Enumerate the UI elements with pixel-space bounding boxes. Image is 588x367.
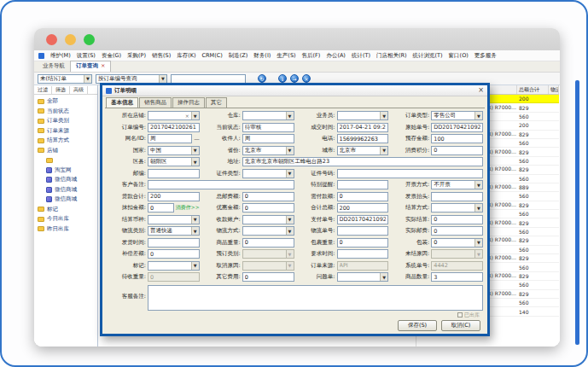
menu-item[interactable]: 统计浏览(T) [413, 52, 443, 60]
sidebar-item-订单来源[interactable]: 订单来源 [34, 126, 97, 137]
sidebar-tab-筛选[interactable]: 筛选 [52, 86, 70, 94]
sidebar-item-微信商城[interactable]: 微信商城 [34, 195, 97, 205]
close-window-icon[interactable] [46, 34, 57, 45]
sidebar-item-淘宝网[interactable]: 淘宝网 [34, 166, 97, 176]
discount-amount-input[interactable]: 0 [242, 203, 294, 213]
currency-select[interactable]: ▼ [148, 215, 200, 224]
goods-weight-input[interactable]: 0 [242, 238, 294, 248]
sidebar-item-店铺[interactable]: 店铺 [34, 146, 97, 156]
district-select[interactable]: 朝阳区▼ [148, 157, 200, 166]
menu-item[interactable]: 库存(K) [177, 52, 195, 60]
package-weight-input[interactable]: 0 [337, 238, 389, 248]
deduct-amount-link[interactable]: 消费作>> [176, 204, 200, 212]
receiver-input[interactable]: 周 [242, 134, 294, 143]
dialog-tab-销售商品[interactable]: 销售商品 [139, 97, 172, 108]
phone-input[interactable]: 15699962263 [337, 134, 389, 143]
forward-icon[interactable]: → [290, 74, 299, 83]
menu-item[interactable]: 财务(I) [253, 52, 271, 60]
invoice-title-input[interactable] [431, 192, 483, 201]
menu-item[interactable]: 制造(Z) [229, 52, 248, 60]
zipcode-input[interactable] [148, 169, 200, 178]
tracking-no-input[interactable] [337, 226, 389, 236]
store-select[interactable]: ×▼ [148, 111, 200, 120]
payable-amount-input[interactable]: 0 [337, 192, 389, 201]
sidebar-item-微信商城[interactable]: 微信商城 [34, 175, 97, 185]
customer-note-field [148, 180, 294, 189]
menu-item[interactable]: 统计(T) [352, 52, 370, 60]
sidebar-item-当前状态[interactable]: 当前状态 [34, 107, 97, 117]
search-mode-select[interactable]: 按订单编号查询▼ [96, 74, 167, 84]
customer-note-input[interactable] [148, 180, 294, 189]
address-input[interactable]: 北京市北京市朝阳区工蜂电台路23 [242, 157, 483, 166]
tab-订单查询[interactable]: 订单查询× [70, 61, 111, 72]
close-tab-icon[interactable]: × [101, 62, 105, 69]
dialog-tabs: 基本信息销售商品操作日志其它 [102, 96, 487, 108]
clear-icon[interactable]: × [302, 74, 311, 83]
sidebar-item-今日出库[interactable]: 今日出库 [34, 214, 97, 224]
menu-item[interactable]: 售后(F) [302, 52, 321, 60]
menu-item[interactable]: 资金(G) [102, 52, 121, 60]
province-select[interactable]: 北京市▼ [242, 146, 294, 155]
menu-item[interactable]: 办公(A) [326, 52, 346, 60]
logistics-type-select[interactable]: 普通快递▼ [148, 226, 200, 236]
settle-mode-select[interactable]: ▼ [431, 203, 483, 213]
salesperson-select[interactable]: ▼ [337, 111, 389, 120]
special-reminder-input[interactable] [337, 180, 389, 189]
download-icon[interactable]: ↓ [278, 74, 287, 83]
dialog-tab-操作日志[interactable]: 操作日志 [172, 97, 205, 108]
clear-icon[interactable]: × [185, 113, 189, 119]
invoice-mode-value: 不开票 [434, 181, 474, 189]
other-fee-input[interactable]: 0 [242, 272, 294, 282]
warehouse-select[interactable]: ▼ [242, 111, 294, 120]
order-type-select[interactable]: 零售公司▼ [431, 111, 483, 120]
sidebar-item-订单类别[interactable]: 订单类别 [34, 116, 97, 126]
sidebar-item-昨日出库[interactable]: 昨日出库 [34, 224, 97, 235]
sidebar-item-全部[interactable]: 全部 [34, 96, 97, 107]
problem-order-select[interactable]: ▼ [337, 272, 389, 282]
sidebar-item-结算方式[interactable]: 结算方式 [34, 136, 97, 146]
filter-select[interactable]: 未(结)订单▼ [38, 74, 92, 84]
menu-item[interactable]: CRM(C) [202, 52, 223, 60]
menu-item[interactable]: 窗口(O) [449, 52, 469, 60]
column-header[interactable]: 总额合计 [517, 85, 549, 94]
id-type-select[interactable]: ▼ [242, 169, 294, 178]
country-select[interactable]: 中国▼ [148, 146, 200, 155]
service-note-input[interactable] [148, 285, 483, 311]
invoice-mode-select[interactable]: 不开票▼ [431, 180, 483, 189]
search-input[interactable] [171, 74, 246, 84]
city-select[interactable]: 北京市▼ [337, 146, 389, 155]
menu-item[interactable]: 维护(M) [50, 52, 71, 60]
menu-item[interactable]: 采购(P) [127, 52, 146, 60]
sidebar-item-微信商城[interactable]: 微信商城 [34, 185, 97, 195]
save-button[interactable]: 保存(S) [398, 320, 437, 331]
dialog-tab-其它[interactable]: 其它 [206, 97, 227, 108]
required-time-field [337, 249, 389, 259]
column-header[interactable]: 物流 [549, 85, 559, 94]
menu-item[interactable]: 设置(S) [77, 52, 96, 60]
browse-icon[interactable]: — [194, 136, 200, 143]
cancel-button[interactable]: 取消(C) [441, 320, 480, 331]
packaging-select[interactable]: 0▼ [431, 238, 483, 248]
postage-total-input[interactable]: 0 [242, 192, 294, 201]
close-icon[interactable]: × [478, 87, 484, 94]
logistics-mode-select[interactable]: ▼ [242, 226, 294, 236]
id-number-input[interactable] [337, 169, 484, 178]
menu-item[interactable]: 销售(S) [152, 52, 171, 60]
maximize-window-icon[interactable] [84, 34, 95, 45]
menu-item[interactable]: 生产(S) [277, 52, 295, 60]
mark-select[interactable]: ▼ [148, 261, 200, 271]
receiving-account-select[interactable]: ▼ [242, 215, 294, 224]
sidebar-tab-高级[interactable]: 高级 [70, 86, 88, 94]
tab-业务导航[interactable]: 业务导航 [38, 61, 70, 72]
sidebar-tab-过滤[interactable]: 过滤 [34, 86, 52, 94]
buyer-id-input[interactable]: 周 [148, 134, 192, 143]
required-time-input[interactable] [337, 249, 389, 259]
deduct-amount-input[interactable]: 0 [148, 203, 174, 213]
sidebar-item-标记[interactable]: 标记 [34, 205, 97, 215]
menu-item[interactable]: 更多服务 [474, 52, 497, 60]
sidebar-item-folder[interactable] [34, 155, 97, 166]
dialog-tab-基本信息[interactable]: 基本信息 [106, 97, 138, 108]
minimize-window-icon[interactable] [65, 34, 76, 45]
refresh-icon[interactable]: ↻ [258, 74, 266, 83]
menu-item[interactable]: 门店相关(R) [376, 52, 407, 60]
